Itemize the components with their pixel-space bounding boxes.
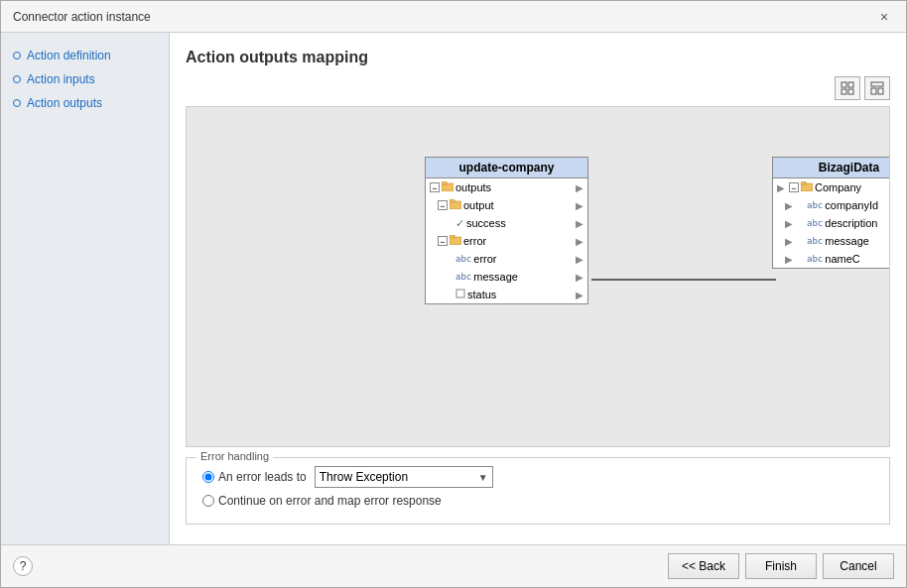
tree-item-status[interactable]: status ▶ <box>442 286 587 303</box>
tree-item-namec[interactable]: ▶ abc nameC <box>781 250 890 268</box>
svg-rect-2 <box>842 89 846 94</box>
label-output: output <box>463 199 494 211</box>
label-success: success <box>466 217 506 229</box>
tree-item-description[interactable]: ▶ abc description <box>781 214 890 232</box>
arrow-right: ▶ <box>576 272 583 283</box>
svg-rect-5 <box>871 88 876 94</box>
tree-item-companyid[interactable]: ▶ abc companyId <box>781 196 890 214</box>
error-handling-legend: Error handling <box>196 450 273 462</box>
error-option1-label[interactable]: An error leads to <box>202 470 307 484</box>
error-handling-section: Error handling An error leads to Throw E… <box>186 457 890 525</box>
layout-button[interactable] <box>864 76 890 100</box>
sidebar-dot <box>13 99 21 107</box>
mapping-canvas: update-company − outputs ▶ − <box>186 106 890 447</box>
svg-rect-9 <box>442 181 447 184</box>
error-option2-text: Continue on error and map error response <box>218 494 442 508</box>
label-namec: nameC <box>825 253 859 265</box>
abc-icon: abc <box>455 272 471 282</box>
back-button[interactable]: << Back <box>668 553 739 579</box>
tree-item-output[interactable]: − output ▶ <box>434 196 587 214</box>
tree-item-message-source[interactable]: abc message ▶ <box>442 268 587 286</box>
target-box-title: BizagiData <box>773 158 890 178</box>
tree-item-message-target[interactable]: ▶ abc message <box>781 232 890 250</box>
label-company: Company <box>815 181 861 193</box>
source-box-title: update-company <box>426 158 587 178</box>
expander-outputs[interactable]: − <box>430 182 440 192</box>
error-option1-text: An error leads to <box>218 470 307 484</box>
tree-item-outputs[interactable]: − outputs ▶ <box>426 178 587 196</box>
sidebar-item-label: Action outputs <box>27 96 102 110</box>
target-tree-box: BizagiData ▶ − Company ▶ <box>772 157 890 269</box>
dialog-footer: ? << Back Finish Cancel <box>1 544 906 587</box>
svg-rect-3 <box>848 89 853 94</box>
tree-item-error-field[interactable]: abc error ▶ <box>442 250 587 268</box>
layout-icon <box>870 81 884 95</box>
title-bar: Connector action instance × <box>1 1 906 33</box>
label-companyid: companyId <box>825 199 878 211</box>
arrow-right: ▶ <box>576 254 583 265</box>
abc-icon: abc <box>455 254 471 264</box>
dialog-title: Connector action instance <box>13 10 151 24</box>
sidebar-item-action-outputs[interactable]: Action outputs <box>13 96 157 110</box>
svg-rect-14 <box>456 290 464 297</box>
dialog: Connector action instance × Action defin… <box>0 0 907 588</box>
expander-output[interactable]: − <box>438 200 448 210</box>
expander-error[interactable]: − <box>438 236 448 246</box>
box-icon <box>455 289 465 300</box>
finish-button[interactable]: Finish <box>745 553 817 579</box>
sidebar-item-label: Action definition <box>27 49 111 62</box>
arrow-right: ▶ <box>576 218 583 229</box>
footer-left: ? <box>13 556 33 576</box>
tree-item-success[interactable]: ✓ success ▶ <box>442 214 587 232</box>
toolbar <box>186 76 890 100</box>
folder-icon <box>450 199 461 211</box>
footer-right: << Back Finish Cancel <box>668 553 894 579</box>
folder-icon <box>442 181 454 193</box>
tree-item-error-group[interactable]: − error ▶ <box>434 232 587 250</box>
close-button[interactable]: × <box>874 7 894 27</box>
sidebar-item-action-definition[interactable]: Action definition <box>13 49 157 62</box>
sidebar-item-label: Action inputs <box>27 72 95 86</box>
source-tree-box: update-company − outputs ▶ − <box>425 157 588 304</box>
folder-icon <box>801 181 813 193</box>
label-description: description <box>825 217 877 229</box>
tree-item-company[interactable]: ▶ − Company <box>773 178 890 196</box>
cancel-button[interactable]: Cancel <box>823 553 894 579</box>
error-option2-radio[interactable] <box>202 495 214 507</box>
arrow-right: ▶ <box>576 200 583 211</box>
help-button[interactable]: ? <box>13 556 33 576</box>
sidebar-item-action-inputs[interactable]: Action inputs <box>13 72 157 86</box>
page-title: Action outputs mapping <box>186 49 890 66</box>
arrow-right: ▶ <box>576 236 583 247</box>
arrow-right: ▶ <box>576 182 583 193</box>
arrow-left: ▶ <box>785 254 793 265</box>
svg-rect-4 <box>871 82 883 86</box>
folder-icon <box>450 235 461 247</box>
sidebar-dot <box>13 52 21 59</box>
arrow-right: ▶ <box>576 290 583 300</box>
label-outputs: outputs <box>455 181 491 193</box>
label-message-source: message <box>473 271 518 283</box>
label-status: status <box>467 289 496 300</box>
arrow-left: ▶ <box>785 236 793 247</box>
expander-company[interactable]: − <box>789 182 799 192</box>
throw-exception-dropdown[interactable]: Throw Exception ▼ <box>315 466 493 488</box>
dropdown-value: Throw Exception <box>320 470 474 484</box>
abc-icon: abc <box>807 200 823 210</box>
svg-rect-0 <box>842 82 846 87</box>
label-error-group: error <box>463 235 486 247</box>
mapping-inner: update-company − outputs ▶ − <box>187 107 889 446</box>
label-error-field: error <box>473 253 496 265</box>
error-option2-label[interactable]: Continue on error and map error response <box>202 494 442 508</box>
svg-rect-16 <box>801 181 806 184</box>
sidebar: Action definition Action inputs Action o… <box>1 33 170 544</box>
arrow-left: ▶ <box>777 182 785 193</box>
error-option1-row: An error leads to Throw Exception ▼ <box>202 466 873 488</box>
error-option2-row: Continue on error and map error response <box>202 494 873 508</box>
error-option1-radio[interactable] <box>202 471 214 483</box>
fit-icon <box>841 81 854 95</box>
arrow-left: ▶ <box>785 200 793 211</box>
arrow-left: ▶ <box>785 218 793 229</box>
fit-button[interactable] <box>835 76 860 100</box>
svg-rect-1 <box>848 82 853 87</box>
